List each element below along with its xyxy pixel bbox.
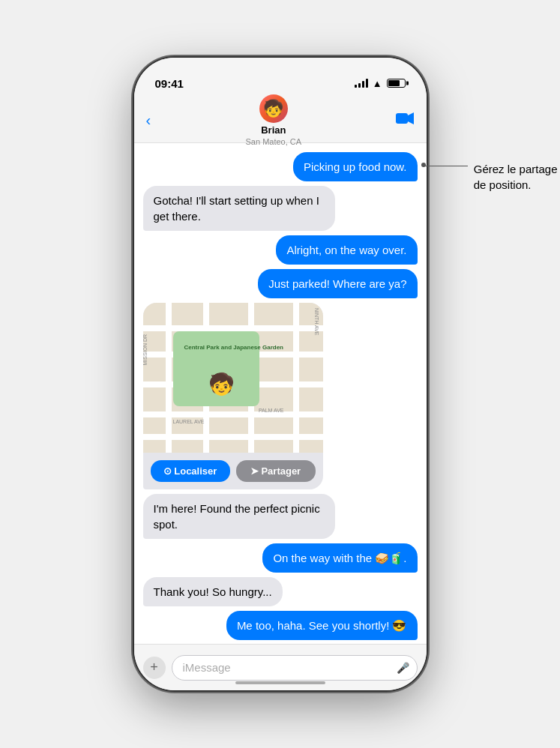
home-indicator — [235, 681, 325, 684]
mic-icon[interactable]: 🎤 — [397, 662, 409, 674]
map-message-row: Central Park and Japanese Garden 🧒 NINTH… — [143, 303, 418, 489]
annotation: Gérez le partagede position. — [474, 161, 558, 193]
contact-name: Brian — [261, 124, 286, 136]
map-bubble[interactable]: Central Park and Japanese Garden 🧒 NINTH… — [143, 303, 323, 489]
delivered-label: Distribué — [143, 643, 415, 644]
message-row: I'm here! Found the perfect picnic spot. — [143, 494, 418, 539]
nav-header: ‹ 🧒 Brian San Mateo, CA — [134, 98, 427, 143]
signal-icon — [355, 79, 368, 88]
message-bubble: Alright, on the way over. — [276, 235, 417, 265]
message-row: Thank you! So hungry... — [143, 577, 418, 606]
message-row: Just parked! Where are ya? — [143, 269, 418, 298]
message-bubble: Just parked! Where are ya? — [258, 269, 417, 298]
input-placeholder: iMessage — [183, 661, 231, 674]
message-row: Alright, on the way over. — [143, 235, 418, 265]
message-bubble: Picking up food now. — [293, 152, 418, 181]
map-buttons: ⊙ Localiser ➤ Partager — [143, 453, 323, 489]
battery-icon — [387, 79, 406, 88]
svg-rect-0 — [396, 113, 408, 124]
phone-frame: 09:41 ▲ ‹ 🧒 Brian — [134, 58, 427, 690]
status-time: 09:41 — [155, 77, 184, 90]
wifi-icon: ▲ — [373, 78, 382, 89]
back-button[interactable]: ‹ — [146, 112, 151, 129]
partager-button[interactable]: ➤ Partager — [236, 460, 316, 482]
message-bubble: Gotcha! I'll start setting up when I get… — [143, 186, 335, 231]
message-bubble: Thank you! So hungry... — [143, 577, 283, 606]
video-call-button[interactable] — [396, 112, 414, 129]
annotation-line — [423, 166, 468, 166]
message-input[interactable]: iMessage 🎤 — [172, 655, 418, 681]
message-input-wrapper: iMessage 🎤 — [172, 655, 418, 681]
message-row: Picking up food now. — [143, 152, 418, 181]
status-icons: ▲ — [355, 78, 406, 89]
avatar: 🧒 — [259, 94, 288, 123]
message-row: On the way with the 🥪🧃. — [143, 543, 418, 573]
message-bubble: I'm here! Found the perfect picnic spot. — [143, 494, 335, 539]
annotation-dot — [421, 163, 426, 167]
annotation-text: Gérez le partagede position. — [474, 161, 558, 193]
location-pin: 🧒 — [208, 372, 235, 396]
message-bubble: Me too, haha. See you shortly! 😎 — [226, 611, 418, 640]
message-bubble: On the way with the 🥪🧃. — [262, 543, 417, 573]
message-row: Gotcha! I'll start setting up when I get… — [143, 186, 418, 231]
status-bar: 09:41 ▲ — [134, 58, 427, 98]
localiser-button[interactable]: ⊙ Localiser — [151, 460, 230, 482]
add-button[interactable]: + — [143, 657, 166, 679]
contact-info[interactable]: 🧒 Brian San Mateo, CA — [246, 94, 302, 146]
contact-location: San Mateo, CA — [246, 137, 302, 146]
park-label: Central Park and Japanese Garden — [184, 344, 284, 352]
messages-area: Picking up food now. Gotcha! I'll start … — [134, 143, 427, 644]
message-row: Me too, haha. See you shortly! 😎 — [143, 611, 418, 640]
svg-marker-1 — [408, 112, 414, 124]
map-view[interactable]: Central Park and Japanese Garden 🧒 NINTH… — [143, 303, 323, 453]
